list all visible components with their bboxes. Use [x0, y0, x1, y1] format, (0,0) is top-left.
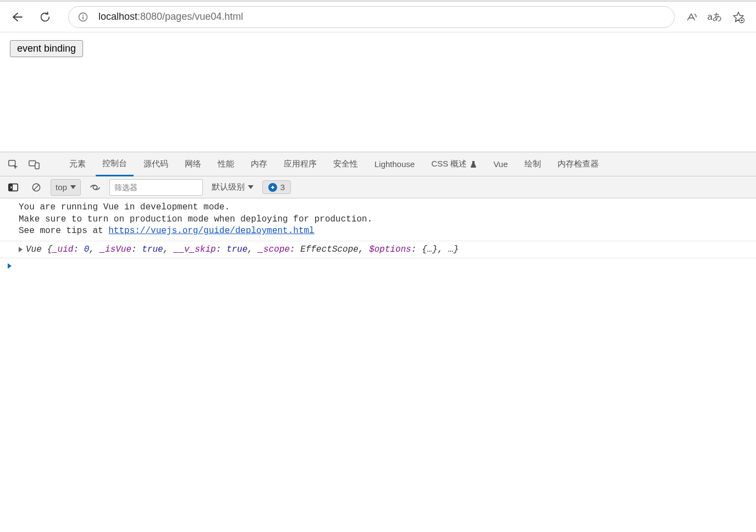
site-info-icon[interactable] [78, 12, 89, 23]
nav-right-icons: aあ [680, 10, 751, 24]
tab-memory-inspector[interactable]: 内存检查器 [551, 152, 605, 176]
tab-security[interactable]: 安全性 [327, 152, 365, 176]
tab-elements[interactable]: 元素 [63, 152, 92, 176]
refresh-icon [39, 11, 51, 23]
svg-rect-2 [82, 16, 84, 19]
issues-count: 3 [280, 182, 285, 192]
console-toolbar: top 默认级别 3 [0, 176, 756, 198]
tab-css-overview-label: CSS 概述 [431, 159, 467, 169]
msg-line2: Make sure to turn on production mode whe… [19, 214, 372, 224]
svg-rect-13 [272, 186, 273, 189]
tab-application[interactable]: 应用程序 [277, 152, 323, 176]
log-level-selector[interactable]: 默认级别 [208, 182, 257, 192]
url-text: localhost:8080/pages/vue04.html [98, 11, 243, 23]
page-content: event binding [0, 32, 756, 152]
tab-css-overview[interactable]: CSS 概述 [424, 159, 483, 169]
console-object-row[interactable]: Vue {_uid: 0, _isVue: true, __v_skip: tr… [0, 241, 756, 258]
log-level-label: 默认级别 [212, 182, 245, 192]
clear-console-icon[interactable] [27, 179, 45, 196]
svg-point-1 [82, 14, 84, 15]
address-bar[interactable]: localhost:8080/pages/vue04.html [68, 6, 675, 28]
prompt-chevron-icon [8, 263, 12, 269]
chevron-down-icon [248, 185, 253, 189]
msg-line3-prefix: See more tips at [19, 226, 108, 236]
context-label: top [56, 182, 67, 192]
context-selector[interactable]: top [51, 179, 81, 196]
tab-console[interactable]: 控制台 [96, 152, 134, 176]
back-button[interactable] [5, 6, 27, 28]
svg-point-11 [93, 185, 97, 189]
tab-lighthouse[interactable]: Lighthouse [368, 152, 421, 176]
event-binding-button[interactable]: event binding [10, 40, 83, 57]
msg-line1: You are running Vue in development mode. [19, 202, 230, 212]
console-prompt[interactable] [0, 258, 756, 275]
svg-rect-6 [35, 163, 39, 169]
tab-performance[interactable]: 性能 [211, 152, 241, 176]
svg-line-10 [34, 185, 39, 190]
tab-memory[interactable]: 内存 [244, 152, 274, 176]
tab-network[interactable]: 网络 [178, 152, 208, 176]
sidebar-toggle-icon[interactable] [4, 179, 22, 196]
browser-nav-bar: localhost:8080/pages/vue04.html aあ [0, 2, 756, 32]
filter-input[interactable] [109, 179, 203, 196]
svg-rect-4 [9, 160, 15, 165]
issues-button[interactable]: 3 [262, 180, 291, 194]
inspect-element-icon[interactable] [4, 156, 22, 173]
svg-rect-5 [29, 160, 36, 165]
live-expression-icon[interactable] [86, 179, 104, 196]
chevron-down-icon [70, 185, 76, 189]
devtools-tabs: 元素 控制台 源代码 网络 性能 内存 应用程序 安全性 Lighthouse … [0, 152, 756, 176]
console-info-message[interactable]: You are running Vue in development mode.… [0, 198, 756, 241]
read-aloud-icon[interactable] [686, 11, 698, 23]
refresh-button[interactable] [34, 6, 56, 28]
arrow-left-icon [10, 10, 23, 24]
translate-icon[interactable]: aあ [708, 10, 722, 23]
favorites-icon[interactable] [732, 10, 745, 24]
tab-rendering[interactable]: 绘制 [518, 152, 548, 176]
tab-vue[interactable]: Vue [487, 152, 514, 176]
device-toggle-icon[interactable] [25, 156, 43, 173]
expand-triangle-icon[interactable] [19, 247, 23, 252]
flask-icon [470, 160, 477, 168]
object-preview-text: Vue {_uid: 0, _isVue: true, __v_skip: tr… [26, 245, 459, 254]
tab-sources[interactable]: 源代码 [137, 152, 175, 176]
deployment-guide-link[interactable]: https://vuejs.org/guide/deployment.html [108, 226, 314, 236]
issue-dot-icon [268, 183, 277, 192]
console-messages: You are running Vue in development mode.… [0, 198, 756, 275]
